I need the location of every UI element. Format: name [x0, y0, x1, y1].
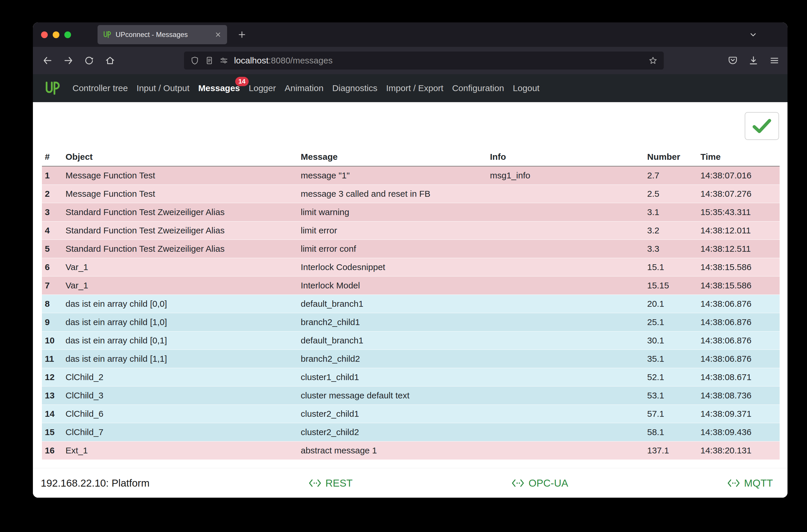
nav-item-configuration[interactable]: Configuration [452, 83, 504, 93]
acknowledge-button[interactable] [745, 112, 779, 140]
nav-label: Diagnostics [332, 83, 377, 93]
pocket-icon[interactable] [725, 52, 741, 69]
cell-info [490, 368, 647, 386]
cell-num: 1 [42, 166, 65, 185]
bookmark-star-icon[interactable] [649, 56, 657, 65]
message-row-12[interactable]: 12ClChild_2cluster1_child152.114:38:08.6… [42, 368, 780, 386]
page-info-icon[interactable] [205, 56, 214, 65]
status-footer: 192.168.22.10: Platform REST OPC-UA MQTT [33, 468, 788, 498]
cell-info [490, 294, 647, 313]
list-all-tabs-chevron-icon[interactable] [745, 26, 761, 43]
home-button[interactable] [102, 52, 118, 69]
back-button[interactable] [39, 52, 56, 69]
nav-item-animation[interactable]: Animation [285, 83, 323, 93]
message-row-15[interactable]: 15ClChild_7cluster2_child258.114:38:09.4… [42, 423, 780, 441]
column-header-info: Info [490, 148, 647, 166]
message-row-7[interactable]: 7Var_1Interlock Model15.1514:38:15.586 [42, 276, 780, 294]
cell-time: 14:38:15.586 [700, 258, 780, 276]
message-row-13[interactable]: 13ClChild_3cluster message default text5… [42, 386, 780, 404]
new-tab-button[interactable] [234, 27, 250, 42]
cell-number: 3.1 [647, 203, 700, 221]
footer-link-opc-ua[interactable]: OPC-UA [511, 477, 568, 489]
cell-time: 14:38:09.371 [700, 404, 780, 423]
message-row-1[interactable]: 1Message Function Testmessage "1"msg1_in… [42, 166, 780, 185]
cell-number: 30.1 [647, 331, 700, 349]
minimize-window-button[interactable] [53, 32, 59, 38]
message-row-11[interactable]: 11das ist ein array child [1,1]branch2_c… [42, 349, 780, 368]
column-header-object: Object [65, 148, 301, 166]
cell-object: ClChild_7 [65, 423, 301, 441]
message-row-10[interactable]: 10das ist ein array child [0,1]default_b… [42, 331, 780, 349]
forward-button[interactable] [60, 52, 77, 69]
cell-time: 14:38:12.011 [700, 221, 780, 240]
tracking-protection-shield-icon[interactable] [190, 56, 199, 65]
nav-item-logger[interactable]: Logger [249, 83, 276, 93]
message-row-8[interactable]: 8das ist ein array child [0,0]default_br… [42, 294, 780, 313]
browser-tab[interactable]: UPconnect - Messages [97, 25, 227, 44]
message-row-9[interactable]: 9das ist ein array child [1,0]branch2_ch… [42, 313, 780, 331]
site-permissions-icon[interactable] [220, 56, 228, 65]
nav-item-messages[interactable]: Messages 14 [198, 83, 240, 93]
url-bar[interactable]: localhost:8080/messages [184, 52, 664, 70]
column-header-number: Number [647, 148, 700, 166]
nav-item-controller-tree[interactable]: Controller tree [73, 83, 128, 93]
message-row-3[interactable]: 3Standard Function Test Zweizeiliger Ali… [42, 203, 780, 221]
nav-item-input-output[interactable]: Input / Output [136, 83, 189, 93]
close-window-button[interactable] [41, 32, 48, 38]
cell-object: das ist ein array child [0,0] [65, 294, 301, 313]
footer-link-mqtt[interactable]: MQTT [727, 477, 773, 489]
cell-object: Var_1 [65, 276, 301, 294]
cell-time: 14:38:07.276 [700, 185, 780, 203]
cell-object: das ist ein array child [1,1] [65, 349, 301, 368]
cell-object: Var_1 [65, 258, 301, 276]
cell-message: default_branch1 [301, 331, 490, 349]
cell-number: 3.2 [647, 221, 700, 240]
cell-num: 7 [42, 276, 65, 294]
cell-number: 15.1 [647, 258, 700, 276]
nav-label: Input / Output [136, 83, 189, 93]
message-row-4[interactable]: 4Standard Function Test Zweizeiliger Ali… [42, 221, 780, 240]
nav-item-diagnostics[interactable]: Diagnostics [332, 83, 377, 93]
message-row-14[interactable]: 14ClChild_6cluster2_child157.114:38:09.3… [42, 404, 780, 423]
cell-time: 14:38:06.876 [700, 313, 780, 331]
zoom-window-button[interactable] [64, 32, 71, 38]
column-header-message: Message [301, 148, 490, 166]
cell-time: 14:38:09.436 [700, 423, 780, 441]
cell-object: ClChild_3 [65, 386, 301, 404]
message-row-16[interactable]: 16Ext_1abstract message 1137.114:38:20.1… [42, 441, 780, 459]
cell-number: 58.1 [647, 423, 700, 441]
nav-label: Animation [285, 83, 323, 93]
footer-link-rest[interactable]: REST [308, 477, 353, 489]
cell-object: Standard Function Test Zweizeiliger Alia… [65, 221, 301, 240]
reload-button[interactable] [81, 52, 97, 69]
cell-num: 12 [42, 368, 65, 386]
close-tab-icon[interactable] [214, 31, 222, 38]
downloads-icon[interactable] [746, 52, 762, 69]
check-icon [752, 119, 771, 133]
nav-label: Controller tree [73, 83, 128, 93]
column-header-time: Time [700, 148, 780, 166]
nav-label: Logout [513, 83, 540, 93]
upconnect-logo[interactable] [44, 80, 60, 96]
message-row-6[interactable]: 6Var_1Interlock Codesnippet15.114:38:15.… [42, 258, 780, 276]
browser-window: UPconnect - Messages [33, 22, 788, 498]
hamburger-menu-icon[interactable] [766, 52, 783, 69]
nav-item-import-export[interactable]: Import / Export [386, 83, 444, 93]
cell-number: 137.1 [647, 441, 700, 459]
cell-time: 14:38:07.016 [700, 166, 780, 185]
cell-num: 8 [42, 294, 65, 313]
address-text[interactable]: localhost:8080/messages [234, 56, 333, 65]
cell-num: 3 [42, 203, 65, 221]
cell-message: cluster1_child1 [301, 368, 490, 386]
cell-info [490, 441, 647, 459]
cell-num: 16 [42, 441, 65, 459]
message-row-5[interactable]: 5Standard Function Test Zweizeiliger Ali… [42, 240, 780, 258]
nav-item-logout[interactable]: Logout [513, 83, 540, 93]
cell-num: 6 [42, 258, 65, 276]
cell-message: cluster2_child2 [301, 423, 490, 441]
cell-object: ClChild_6 [65, 404, 301, 423]
cell-message: default_branch1 [301, 294, 490, 313]
message-row-2[interactable]: 2Message Function Testmessage 3 called a… [42, 185, 780, 203]
nav-label: Import / Export [386, 83, 444, 93]
cell-object: Standard Function Test Zweizeiliger Alia… [65, 240, 301, 258]
